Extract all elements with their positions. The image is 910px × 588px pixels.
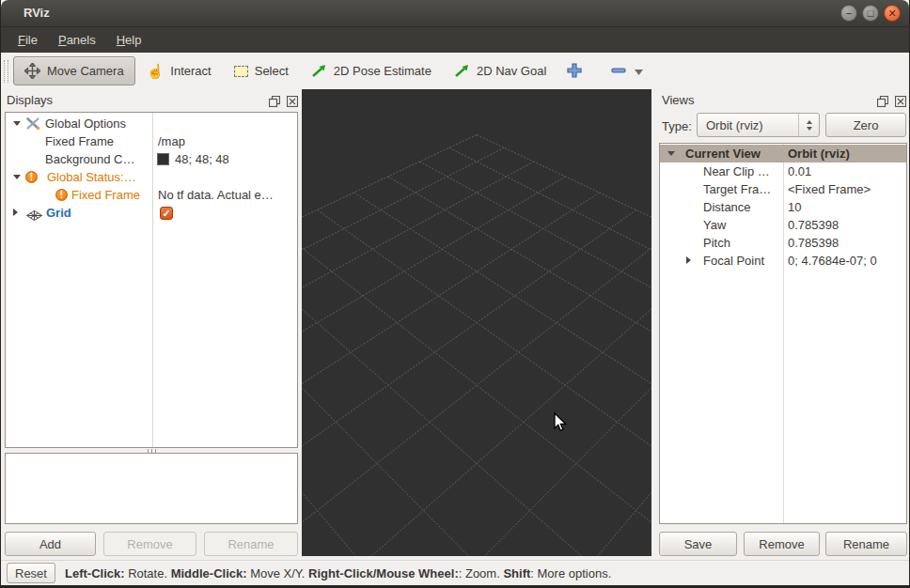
tree-row-fixed-frame[interactable]: Fixed Frame /map (6, 132, 297, 150)
interact-label: Interact (170, 64, 211, 78)
views-row-yaw[interactable]: Yaw 0.785398 (660, 216, 906, 234)
chevron-down-icon (635, 64, 643, 78)
add-tool-button[interactable] (559, 57, 590, 85)
zero-button[interactable]: Zero (825, 113, 906, 137)
statusbar: Reset Left-Click: Rotate. Middle-Click: … (1, 560, 909, 585)
color-swatch[interactable] (157, 153, 169, 165)
background-color-value[interactable]: 48; 48; 48 (175, 150, 229, 168)
nav-goal-label: 2D Nav Goal (477, 64, 546, 78)
view-type-combobox[interactable]: Orbit (rviz) (697, 113, 820, 137)
toolbar: Move Camera ☝ Interact Select 2D Pose Es… (1, 53, 909, 89)
minus-icon (611, 64, 626, 78)
rename-view-button[interactable]: Rename (825, 532, 907, 556)
views-row-pitch[interactable]: Pitch 0.785398 (660, 234, 906, 252)
green-arrow-icon (311, 63, 327, 79)
view-type-value: Orbit (rviz) (706, 118, 763, 132)
toolbar-drag-handle[interactable] (4, 60, 8, 83)
status-message: No tf data. Actual e… (158, 186, 274, 204)
close-panel-icon[interactable] (287, 94, 298, 111)
pose-estimate-label: 2D Pose Estimate (334, 64, 431, 78)
expander-open-icon[interactable] (13, 121, 21, 126)
grid-3d (302, 89, 651, 556)
yaw-value[interactable]: 0.785398 (788, 216, 839, 234)
views-row-target-frame[interactable]: Target Fra… <Fixed Frame> (660, 180, 906, 198)
add-display-button[interactable]: Add (5, 532, 96, 556)
grid-enabled-checkbox[interactable]: ✓ (160, 207, 173, 220)
save-view-button[interactable]: Save (659, 532, 737, 556)
rviz-window: RViz − □ ✕ File Panels Help Move Camera … (0, 0, 910, 588)
expander-open-icon[interactable] (13, 175, 21, 179)
close-icon[interactable]: ✕ (884, 5, 901, 22)
titlebar[interactable]: RViz − □ ✕ (1, 0, 909, 27)
float-panel-icon[interactable] (269, 94, 280, 111)
warning-icon: ! (25, 171, 38, 183)
views-row-focal-point[interactable]: Focal Point 0; 4.7684e-07; 0 (660, 252, 906, 270)
plus-icon (567, 63, 583, 79)
select-label: Select (255, 64, 289, 78)
move-camera-icon (24, 63, 40, 79)
close-panel-icon[interactable] (895, 94, 906, 111)
warning-icon: ! (55, 189, 68, 201)
move-camera-label: Move Camera (47, 64, 124, 78)
window-controls: − □ ✕ (840, 5, 901, 22)
mouse-cursor (554, 412, 571, 433)
focal-point-value[interactable]: 0; 4.7684e-07; 0 (788, 252, 877, 270)
select-box-icon (234, 66, 248, 77)
views-row-distance[interactable]: Distance 10 (660, 198, 906, 216)
displays-tree: Global Options Fixed Frame /map Backgrou… (5, 112, 298, 448)
fixed-frame-value[interactable]: /map (158, 132, 185, 150)
expander-closed-icon[interactable] (686, 256, 691, 264)
interact-hand-icon: ☝ (147, 65, 165, 78)
displays-panel-title: Displays (7, 93, 53, 107)
maximize-icon[interactable]: □ (862, 5, 879, 22)
reset-button[interactable]: Reset (7, 563, 55, 583)
interact-tool-button[interactable]: ☝ Interact (139, 58, 219, 84)
tree-row-fixed-frame-status[interactable]: ! Fixed Frame No tf data. Actual e… (6, 186, 297, 204)
minimize-icon[interactable]: − (840, 5, 857, 22)
render-viewport[interactable] (302, 89, 651, 556)
rename-display-button[interactable]: Rename (204, 532, 298, 556)
pose-estimate-tool-button[interactable]: 2D Pose Estimate (304, 57, 439, 85)
green-arrow-icon (454, 63, 470, 79)
tree-row-global-options[interactable]: Global Options (6, 115, 297, 132)
distance-value[interactable]: 10 (788, 198, 801, 216)
tree-row-grid[interactable]: Grid ✓ (6, 204, 297, 222)
views-row-near-clip[interactable]: Near Clip … 0.01 (660, 162, 906, 180)
views-panel-controls (877, 94, 906, 111)
displays-panel-controls (269, 94, 298, 111)
menu-panels[interactable]: Panels (48, 29, 106, 51)
tree-row-global-status[interactable]: ! Global Status:… (6, 168, 297, 186)
spinner-arrows-icon[interactable] (798, 114, 819, 136)
expander-open-icon[interactable] (667, 151, 675, 156)
views-panel-title: Views (662, 93, 694, 107)
expander-closed-icon[interactable] (13, 209, 18, 216)
move-camera-tool-button[interactable]: Move Camera (13, 56, 135, 85)
remove-view-button[interactable]: Remove (744, 532, 820, 556)
window-title: RViz (24, 6, 50, 20)
menu-help[interactable]: Help (106, 29, 152, 51)
statusbar-help-text: Left-Click: Rotate. Middle-Click: Move X… (65, 566, 611, 580)
select-tool-button[interactable]: Select (227, 58, 296, 84)
menubar: File Panels Help (1, 27, 909, 53)
near-clip-value[interactable]: 0.01 (788, 162, 811, 180)
nav-goal-tool-button[interactable]: 2D Nav Goal (447, 57, 554, 85)
remove-tool-button[interactable] (604, 58, 651, 84)
tree-row-background-color[interactable]: Background C… 48; 48; 48 (6, 150, 297, 168)
display-description-box (5, 453, 298, 524)
float-panel-icon[interactable] (877, 94, 888, 111)
remove-display-button[interactable]: Remove (103, 532, 196, 556)
views-row-current-view[interactable]: Current View Orbit (rviz) (660, 145, 906, 162)
view-type-label: Type: (662, 119, 692, 133)
grid-display-icon (26, 208, 42, 225)
menu-file[interactable]: File (8, 29, 48, 51)
target-frame-value[interactable]: <Fixed Frame> (788, 180, 871, 198)
pitch-value[interactable]: 0.785398 (788, 234, 839, 252)
views-tree: Current View Orbit (rviz) Near Clip … 0.… (659, 143, 907, 524)
